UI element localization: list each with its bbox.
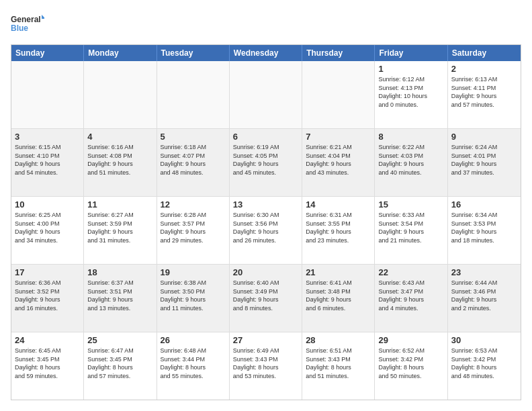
calendar-cell: 7Sunrise: 6:21 AM Sunset: 4:04 PM Daylig… (302, 129, 375, 196)
calendar-cell (11, 61, 84, 128)
day-number: 14 (306, 199, 371, 210)
day-info: Sunrise: 6:36 AM Sunset: 3:52 PM Dayligh… (15, 279, 80, 312)
calendar-cell: 25Sunrise: 6:47 AM Sunset: 3:45 PM Dayli… (84, 332, 157, 400)
calendar: SundayMondayTuesdayWednesdayThursdayFrid… (11, 44, 521, 400)
weekday-header: Thursday (302, 45, 375, 61)
page: General Blue SundayMondayTuesdayWednesda… (0, 0, 532, 411)
calendar-cell: 8Sunrise: 6:22 AM Sunset: 4:03 PM Daylig… (375, 129, 447, 196)
calendar-cell: 19Sunrise: 6:38 AM Sunset: 3:50 PM Dayli… (157, 265, 230, 332)
calendar-cell: 12Sunrise: 6:28 AM Sunset: 3:57 PM Dayli… (157, 197, 230, 264)
day-info: Sunrise: 6:52 AM Sunset: 3:42 PM Dayligh… (378, 347, 443, 380)
day-info: Sunrise: 6:15 AM Sunset: 4:10 PM Dayligh… (15, 143, 80, 177)
day-info: Sunrise: 6:16 AM Sunset: 4:08 PM Dayligh… (87, 143, 152, 177)
calendar-cell: 13Sunrise: 6:30 AM Sunset: 3:56 PM Dayli… (230, 197, 302, 264)
day-number: 23 (451, 267, 517, 277)
day-number: 29 (378, 335, 443, 345)
calendar-cell: 2Sunrise: 6:13 AM Sunset: 4:11 PM Daylig… (448, 61, 521, 128)
calendar-cell (84, 61, 157, 128)
day-info: Sunrise: 6:28 AM Sunset: 3:57 PM Dayligh… (161, 211, 226, 244)
svg-text:General: General (11, 15, 41, 24)
weekday-header: Tuesday (157, 45, 230, 61)
day-info: Sunrise: 6:31 AM Sunset: 3:55 PM Dayligh… (306, 211, 371, 244)
weekday-header: Wednesday (230, 45, 302, 61)
calendar-row: 3Sunrise: 6:15 AM Sunset: 4:10 PM Daylig… (11, 129, 521, 197)
calendar-cell: 17Sunrise: 6:36 AM Sunset: 3:52 PM Dayli… (11, 265, 84, 332)
day-number: 13 (233, 199, 298, 210)
day-number: 4 (87, 132, 152, 142)
calendar-cell: 1Sunrise: 6:12 AM Sunset: 4:13 PM Daylig… (375, 61, 447, 128)
calendar-row: 24Sunrise: 6:45 AM Sunset: 3:45 PM Dayli… (11, 332, 521, 400)
day-info: Sunrise: 6:48 AM Sunset: 3:44 PM Dayligh… (161, 347, 226, 380)
calendar-cell: 26Sunrise: 6:48 AM Sunset: 3:44 PM Dayli… (157, 332, 230, 400)
day-info: Sunrise: 6:41 AM Sunset: 3:48 PM Dayligh… (306, 279, 371, 312)
day-number: 15 (378, 199, 443, 210)
day-number: 7 (306, 132, 371, 142)
day-info: Sunrise: 6:30 AM Sunset: 3:56 PM Dayligh… (233, 211, 298, 244)
calendar-cell: 11Sunrise: 6:27 AM Sunset: 3:59 PM Dayli… (84, 197, 157, 264)
day-info: Sunrise: 6:43 AM Sunset: 3:47 PM Dayligh… (378, 279, 443, 312)
day-number: 6 (233, 132, 298, 142)
day-number: 22 (378, 267, 443, 277)
day-number: 10 (15, 199, 80, 210)
calendar-cell: 20Sunrise: 6:40 AM Sunset: 3:49 PM Dayli… (230, 265, 302, 332)
day-info: Sunrise: 6:33 AM Sunset: 3:54 PM Dayligh… (378, 211, 443, 244)
weekday-header: Sunday (11, 45, 84, 61)
day-info: Sunrise: 6:37 AM Sunset: 3:51 PM Dayligh… (87, 279, 152, 312)
day-number: 12 (161, 199, 226, 210)
calendar-cell: 30Sunrise: 6:53 AM Sunset: 3:42 PM Dayli… (448, 332, 521, 400)
calendar-cell: 27Sunrise: 6:49 AM Sunset: 3:43 PM Dayli… (230, 332, 302, 400)
day-number: 2 (451, 64, 517, 74)
calendar-cell: 23Sunrise: 6:44 AM Sunset: 3:46 PM Dayli… (448, 265, 521, 332)
svg-text:Blue: Blue (11, 24, 28, 33)
calendar-row: 10Sunrise: 6:25 AM Sunset: 4:00 PM Dayli… (11, 197, 521, 265)
header: General Blue (11, 11, 521, 38)
calendar-cell: 22Sunrise: 6:43 AM Sunset: 3:47 PM Dayli… (375, 265, 447, 332)
calendar-cell (302, 61, 375, 128)
calendar-cell (230, 61, 302, 128)
day-info: Sunrise: 6:40 AM Sunset: 3:49 PM Dayligh… (233, 279, 298, 312)
day-number: 3 (15, 132, 80, 142)
day-info: Sunrise: 6:44 AM Sunset: 3:46 PM Dayligh… (451, 279, 517, 312)
calendar-cell: 6Sunrise: 6:19 AM Sunset: 4:05 PM Daylig… (230, 129, 302, 196)
day-number: 20 (233, 267, 298, 277)
weekday-header: Monday (84, 45, 157, 61)
calendar-row: 1Sunrise: 6:12 AM Sunset: 4:13 PM Daylig… (11, 61, 521, 129)
day-info: Sunrise: 6:24 AM Sunset: 4:01 PM Dayligh… (451, 143, 517, 177)
day-info: Sunrise: 6:22 AM Sunset: 4:03 PM Dayligh… (378, 143, 443, 177)
day-info: Sunrise: 6:51 AM Sunset: 3:43 PM Dayligh… (306, 347, 371, 380)
calendar-cell: 15Sunrise: 6:33 AM Sunset: 3:54 PM Dayli… (375, 197, 447, 264)
logo: General Blue (11, 11, 44, 38)
day-info: Sunrise: 6:27 AM Sunset: 3:59 PM Dayligh… (87, 211, 152, 244)
calendar-cell (157, 61, 230, 128)
day-info: Sunrise: 6:45 AM Sunset: 3:45 PM Dayligh… (15, 347, 80, 380)
calendar-cell: 16Sunrise: 6:34 AM Sunset: 3:53 PM Dayli… (448, 197, 521, 264)
calendar-cell: 18Sunrise: 6:37 AM Sunset: 3:51 PM Dayli… (84, 265, 157, 332)
day-number: 8 (378, 132, 443, 142)
calendar-cell: 9Sunrise: 6:24 AM Sunset: 4:01 PM Daylig… (448, 129, 521, 196)
day-number: 9 (451, 132, 517, 142)
day-number: 11 (87, 199, 152, 210)
calendar-cell: 28Sunrise: 6:51 AM Sunset: 3:43 PM Dayli… (302, 332, 375, 400)
day-info: Sunrise: 6:18 AM Sunset: 4:07 PM Dayligh… (161, 143, 226, 177)
calendar-body: 1Sunrise: 6:12 AM Sunset: 4:13 PM Daylig… (11, 61, 521, 400)
svg-marker-2 (42, 15, 44, 19)
day-number: 17 (15, 267, 80, 277)
calendar-cell: 29Sunrise: 6:52 AM Sunset: 3:42 PM Dayli… (375, 332, 447, 400)
day-number: 25 (87, 335, 152, 345)
calendar-cell: 14Sunrise: 6:31 AM Sunset: 3:55 PM Dayli… (302, 197, 375, 264)
day-number: 26 (161, 335, 226, 345)
day-number: 19 (161, 267, 226, 277)
day-info: Sunrise: 6:19 AM Sunset: 4:05 PM Dayligh… (233, 143, 298, 177)
day-number: 30 (451, 335, 517, 345)
day-number: 18 (87, 267, 152, 277)
day-number: 28 (306, 335, 371, 345)
day-number: 1 (378, 64, 443, 74)
day-info: Sunrise: 6:49 AM Sunset: 3:43 PM Dayligh… (233, 347, 298, 380)
day-info: Sunrise: 6:47 AM Sunset: 3:45 PM Dayligh… (87, 347, 152, 380)
day-info: Sunrise: 6:38 AM Sunset: 3:50 PM Dayligh… (161, 279, 226, 312)
day-info: Sunrise: 6:34 AM Sunset: 3:53 PM Dayligh… (451, 211, 517, 244)
weekday-header: Friday (375, 45, 447, 61)
calendar-header: SundayMondayTuesdayWednesdayThursdayFrid… (11, 45, 521, 61)
calendar-cell: 4Sunrise: 6:16 AM Sunset: 4:08 PM Daylig… (84, 129, 157, 196)
day-number: 5 (161, 132, 226, 142)
